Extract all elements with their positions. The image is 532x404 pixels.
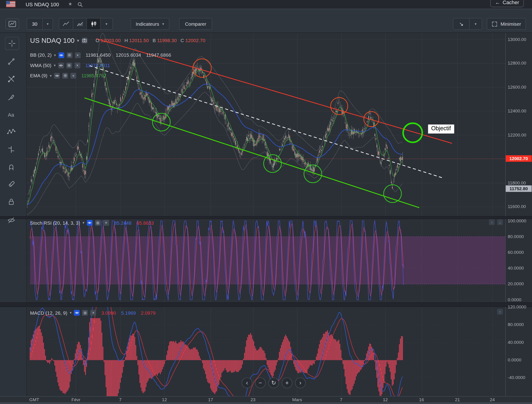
text-tool-button[interactable]: Aa	[7, 110, 16, 119]
macd-hist-value: 3.0990	[101, 310, 116, 316]
pattern-tool-button[interactable]	[7, 128, 16, 136]
chevron-down-icon: ▾	[475, 22, 476, 26]
settings-icon[interactable]	[62, 73, 68, 78]
indicator-name-macd[interactable]: MACD (12, 26, 9)	[30, 310, 67, 316]
macd-pane-move-up-button[interactable]: ↑	[497, 309, 503, 315]
stoch-pane-move-up-button[interactable]: ↑	[489, 219, 495, 225]
zoom-in-button[interactable]: +	[282, 378, 292, 388]
chart-canvas[interactable]	[0, 33, 532, 404]
trendline-tool-button[interactable]	[7, 57, 16, 66]
high-value: 12011.50	[129, 38, 149, 43]
eraser-tool-button[interactable]	[7, 180, 16, 189]
chevron-down-icon[interactable]: ▾	[50, 74, 51, 77]
trend-arrow-icon[interactable]: ↘	[453, 19, 469, 29]
interval-dropdown[interactable]: ▾	[42, 19, 52, 29]
settings-icon[interactable]	[95, 220, 101, 226]
price-tick-label: 12400.00	[508, 109, 526, 114]
bb-upper-value: 12015.6034	[116, 52, 141, 58]
indicators-button[interactable]: Indicateurs ▾	[131, 18, 169, 30]
price-scale[interactable]: 13000.0012800.0012600.0012400.0012200.00…	[505, 0, 532, 396]
eye-icon[interactable]	[87, 220, 93, 226]
legend-symbol-menu[interactable]: US NDAQ 100	[30, 36, 75, 44]
timezone-button[interactable]: GMT	[25, 397, 44, 402]
stoch-tick-label: 60.0000	[508, 250, 524, 255]
crosshair-tool-button[interactable]	[5, 37, 19, 50]
indicator-name-ema[interactable]: EMA (9)	[30, 73, 47, 78]
close-icon[interactable]: ×	[75, 63, 80, 68]
candles-chart-style-button[interactable]	[87, 19, 100, 29]
bb-basis-value: 11981.6450	[86, 52, 111, 58]
brush-tool-button[interactable]	[7, 93, 16, 102]
eye-icon[interactable]	[58, 52, 64, 58]
close-icon[interactable]: ×	[103, 220, 109, 226]
zoom-out-button[interactable]: −	[255, 378, 266, 388]
ema-value: 11985.4797	[82, 73, 106, 78]
close-icon[interactable]: ×	[75, 52, 81, 58]
compare-button-label: Comparer	[185, 21, 206, 27]
time-scale[interactable]: GMTFévr7121723Mars712162124	[0, 396, 532, 402]
chevron-down-icon[interactable]: ▾	[82, 221, 84, 225]
favorite-star-icon[interactable]: ★	[68, 1, 72, 6]
search-icon[interactable]	[77, 2, 83, 7]
indicator-name-wma[interactable]: WMA (50)	[30, 63, 51, 68]
trend-tool-dropdown[interactable]: ▾	[469, 19, 482, 29]
objective-annotation-label[interactable]: Objectif	[428, 124, 454, 133]
price-marker-tag: 11752.80	[506, 185, 532, 192]
price-tick-label: 12600.00	[508, 84, 526, 90]
macd-tick-label: 80.0000	[508, 322, 524, 327]
camera-icon[interactable]	[82, 38, 88, 43]
eye-icon[interactable]	[58, 63, 64, 68]
compare-button[interactable]: Comparer	[179, 18, 212, 30]
main-toolbar: 30 ▾ ▾ Indicateurs ▾ Comparer ↘ ▾	[0, 9, 532, 33]
stoch-tick-label: 0.0000	[508, 297, 521, 302]
time-tick-label: 24	[483, 397, 502, 402]
time-tick-label: 21	[448, 397, 467, 402]
eye-icon[interactable]	[74, 310, 80, 316]
eye-icon[interactable]	[54, 73, 60, 78]
interval-value[interactable]: 30	[27, 19, 43, 29]
svg-text:Aa: Aa	[8, 112, 14, 118]
header-symbol-title[interactable]: US NDAQ 100	[26, 1, 59, 7]
macd-tick-label: 40.0000	[508, 340, 524, 345]
lock-tool-button[interactable]	[7, 197, 16, 206]
price-tick-label: 11600.00	[508, 204, 526, 209]
fibonacci-tool-button[interactable]	[7, 75, 16, 83]
chart-style-dropdown[interactable]: ▾	[100, 19, 112, 29]
area-chart-style-button[interactable]	[73, 19, 87, 29]
hide-button[interactable]: ← Cacher	[490, 0, 524, 7]
open-value: 12003.00	[101, 38, 120, 43]
stoch-k-value: 85.2448	[114, 220, 131, 226]
close-icon[interactable]: ×	[90, 310, 96, 316]
magnet-tool-button[interactable]	[7, 162, 16, 171]
time-tick-label: 17	[201, 397, 220, 402]
minimize-button[interactable]: Minimiser	[487, 18, 526, 30]
trading-platform: US NDAQ 100 ★ ← Cacher 30 ▾	[0, 0, 532, 404]
chevron-down-icon[interactable]: ▾	[54, 53, 56, 57]
chevron-down-icon[interactable]: ▾	[77, 38, 79, 43]
indicator-name-bb[interactable]: BB (20, 2)	[30, 52, 51, 58]
line-chart-style-button[interactable]	[59, 19, 73, 29]
time-tick-label: 7	[332, 397, 351, 402]
settings-icon[interactable]	[82, 310, 88, 316]
time-tick-label: 23	[243, 397, 263, 402]
reset-chart-button[interactable]: ↻	[268, 378, 279, 388]
indicator-name-stoch[interactable]: Stoch RSI (20, 14, 3, 3)	[30, 220, 80, 226]
chevron-down-icon[interactable]: ▾	[54, 63, 56, 67]
chevron-down-icon[interactable]: ▾	[70, 311, 71, 315]
pan-right-button[interactable]: ›	[295, 378, 306, 388]
settings-icon[interactable]	[66, 63, 72, 68]
close-label: C	[181, 38, 184, 43]
chart-panel-button[interactable]	[6, 19, 19, 29]
close-value: 12002.70	[185, 38, 205, 43]
trend-tool-split-button: ↘ ▾	[453, 18, 482, 30]
macd-tick-label: 0.0000	[508, 357, 521, 362]
stoch-pane-move-down-button[interactable]: ↓	[497, 219, 503, 225]
hide-drawings-tool-button[interactable]	[7, 216, 16, 225]
chevron-down-icon: ▾	[162, 22, 164, 26]
pan-left-button[interactable]: ‹	[242, 378, 252, 388]
price-tick-label: 11800.00	[508, 180, 526, 185]
settings-icon[interactable]	[67, 52, 72, 58]
close-icon[interactable]: ×	[70, 73, 76, 78]
position-tool-button[interactable]	[7, 145, 16, 154]
stoch-tick-label: 100.0000	[508, 218, 526, 223]
